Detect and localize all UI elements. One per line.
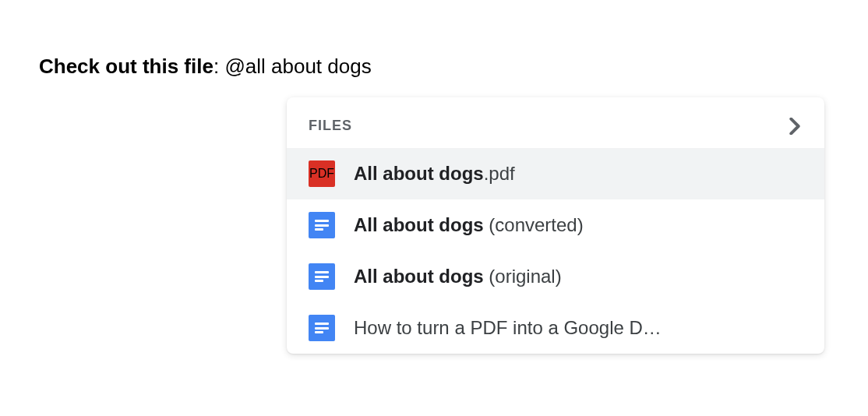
pdf-icon: PDF bbox=[309, 160, 335, 187]
gdoc-icon bbox=[309, 315, 335, 341]
prompt-colon: : bbox=[213, 55, 224, 78]
files-dropdown: FILES PDF All about dogs.pdf bbox=[287, 97, 824, 354]
file-item[interactable]: All about dogs (converted) bbox=[287, 199, 824, 251]
file-item[interactable]: All about dogs (original) bbox=[287, 251, 824, 302]
file-name: All about dogs (original) bbox=[354, 266, 803, 287]
dropdown-header[interactable]: FILES bbox=[287, 97, 824, 148]
prompt-mention[interactable]: @all about dogs bbox=[224, 55, 371, 78]
file-item[interactable]: How to turn a PDF into a Google D… bbox=[287, 302, 824, 354]
file-name: All about dogs.pdf bbox=[354, 163, 803, 185]
dropdown-header-label: FILES bbox=[309, 118, 352, 134]
file-item[interactable]: PDF All about dogs.pdf bbox=[287, 148, 824, 199]
chevron-right-icon bbox=[787, 118, 803, 134]
prompt-bold: Check out this file bbox=[39, 55, 213, 78]
gdoc-icon bbox=[309, 212, 335, 238]
file-name: All about dogs (converted) bbox=[354, 214, 803, 236]
file-name: How to turn a PDF into a Google D… bbox=[354, 317, 803, 339]
prompt-text: Check out this file: @all about dogs bbox=[39, 55, 829, 79]
file-list: PDF All about dogs.pdf All about dogs (c… bbox=[287, 148, 824, 354]
gdoc-icon bbox=[309, 263, 335, 290]
